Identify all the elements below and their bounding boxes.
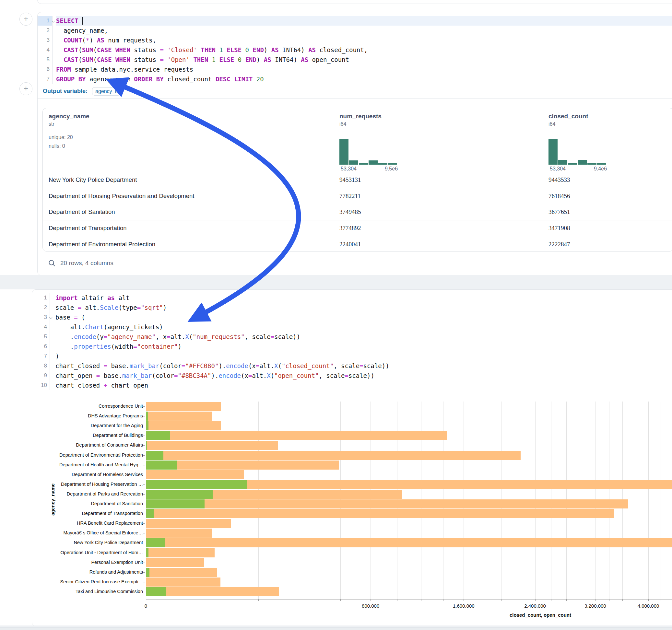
code-token: CAST [64, 56, 78, 63]
code-token: DESC [216, 75, 231, 83]
value-cell: 2222847 [549, 241, 570, 248]
code-token [216, 56, 219, 63]
code-line[interactable]: FROM sample_data.nyc.service_requests [56, 65, 672, 74]
bar-closed-count [146, 441, 278, 450]
code-token: X [274, 362, 278, 369]
code-token: SUM [82, 56, 93, 63]
code-token: = [133, 343, 137, 350]
code-token [164, 56, 167, 63]
code-token: COUNT [64, 37, 82, 44]
column-name: agency_name [49, 108, 90, 120]
code-line[interactable]: chart_closed + chart_open [55, 381, 672, 390]
table-row[interactable]: Department of Transportation377489234719… [43, 220, 672, 237]
code-token [112, 46, 115, 53]
bar-closed-count [146, 578, 220, 587]
bar-closed-count [146, 519, 231, 528]
table-row[interactable]: Department of Environmental Protection22… [43, 236, 672, 252]
code-token: 20 [257, 75, 264, 83]
output-variable-row: Output variable: agency_tickets [38, 84, 672, 98]
y-axis-label: Operations Unit - Department of Hom… [36, 550, 143, 555]
code-line[interactable]: chart_closed = base.mark_bar(color="#FFC… [55, 361, 672, 371]
code-token: chart_closed [55, 362, 104, 369]
code-token [241, 46, 245, 53]
code-token: alt. [170, 333, 186, 340]
bar-open-count [146, 587, 166, 596]
bottom-band-lower [0, 627, 672, 630]
histogram-bar [549, 139, 557, 165]
code-line[interactable]: alt.Chart(agency_tickets) [55, 322, 672, 332]
python-code-editor[interactable]: 12345678910import altair as altscale = a… [32, 293, 672, 390]
code-token: alt. [252, 372, 267, 379]
code-token: ( [78, 314, 85, 321]
column-header[interactable]: closed_counti64 [549, 108, 588, 127]
cell-gap-band [0, 275, 672, 289]
code-line[interactable]: agency_name, [56, 26, 672, 35]
code-token: = [160, 46, 163, 53]
code-line[interactable]: CAST(SUM(CASE WHEN status = 'Closed' THE… [56, 45, 672, 55]
value-cell: 9443533 [549, 176, 570, 184]
table-row[interactable]: Department of Housing Preservation and D… [43, 188, 672, 204]
code-token: = [174, 372, 178, 379]
code-token: X [267, 372, 270, 379]
code-token: sample_data.nyc.service_requests [71, 66, 194, 73]
code-token: 'Closed' [167, 46, 197, 53]
code-line[interactable]: scale = alt.Scale(type="sqrt") [55, 303, 672, 312]
code-line[interactable]: import altair as alt [55, 293, 672, 303]
search-icon[interactable] [48, 259, 56, 267]
results-table: agency_namestrunique: 20nulls: 0num_requ… [43, 108, 672, 251]
code-token: (color [152, 372, 174, 379]
code-token [223, 46, 226, 53]
bar-closed-count [146, 558, 204, 567]
y-axis-label: Taxi and Limousine Commission [36, 589, 143, 594]
bar-open-count [146, 412, 148, 421]
line-number: 7 [32, 351, 50, 361]
code-token: AS [97, 37, 104, 44]
bar-closed-count [146, 538, 672, 547]
y-axis-label: Senior Citizen Rent Increase Exempti… [36, 579, 143, 584]
code-line[interactable]: ) [55, 351, 672, 361]
code-token: mark_bar [130, 362, 160, 369]
y-axis-label: Department for the Aging [36, 423, 143, 428]
code-token: chart_open [55, 372, 96, 379]
code-line[interactable]: base = ( [55, 312, 672, 322]
code-token: "#FFC080" [185, 362, 218, 369]
sql-code-editor[interactable]: 1234567SELECT agency_name, COUNT(*) AS n… [38, 16, 672, 84]
add-cell-button-top[interactable]: + [20, 13, 32, 26]
code-token: END [245, 56, 257, 63]
results-table-header: agency_namestrunique: 20nulls: 0num_requ… [43, 108, 672, 172]
code-token: CAST [64, 46, 78, 53]
code-token: ( [78, 46, 82, 53]
code-token [231, 75, 234, 83]
column-histogram [549, 139, 606, 165]
y-axis-label: Personal Exemption Unit [36, 560, 143, 565]
code-line[interactable]: SELECT [56, 16, 672, 26]
x-axis-tick [421, 599, 422, 601]
line-number: 7 [38, 74, 52, 84]
y-tick [143, 465, 145, 465]
table-row[interactable]: Department of Sanitation37494853677651 [43, 204, 672, 220]
agency-name-cell: Department of Transportation [49, 224, 127, 232]
code-line[interactable]: GROUP BY agency_name ORDER BY closed_cou… [56, 74, 672, 84]
table-row[interactable]: New York City Police Department945313194… [43, 172, 672, 188]
line-number: 9 [32, 371, 50, 381]
bar-closed-count [146, 500, 628, 508]
x-axis-tick-label: 3,200,000 [576, 603, 615, 609]
column-header[interactable]: num_requestsi64 [339, 108, 382, 127]
code-line[interactable]: CAST(SUM(CASE WHEN status = 'Open' THEN … [56, 55, 672, 65]
output-variable-pill[interactable]: agency_tickets [92, 87, 121, 96]
code-line[interactable]: .properties(width="container") [55, 342, 672, 351]
code-token: AS [264, 56, 271, 63]
code-token: Scale [100, 304, 118, 311]
code-token: * [86, 37, 90, 44]
code-line[interactable]: chart_open = base.mark_bar(color="#8BC34… [55, 371, 672, 381]
code-line[interactable]: COUNT(*) AS num_requests, [56, 35, 672, 45]
code-token: ( [93, 46, 97, 53]
y-axis-label: Department of Health and Mental Hyg… [36, 462, 143, 467]
line-number-gutter: 1234567 [38, 16, 52, 84]
gridline [636, 402, 636, 599]
code-line[interactable]: .encode(y="agency_name", x=alt.X("num_re… [55, 332, 672, 342]
code-token: "#8BC34A" [178, 372, 211, 379]
column-header[interactable]: agency_namestrunique: 20nulls: 0 [49, 108, 90, 150]
x-axis-tick [636, 599, 636, 601]
add-cell-button-middle[interactable]: + [20, 82, 32, 95]
